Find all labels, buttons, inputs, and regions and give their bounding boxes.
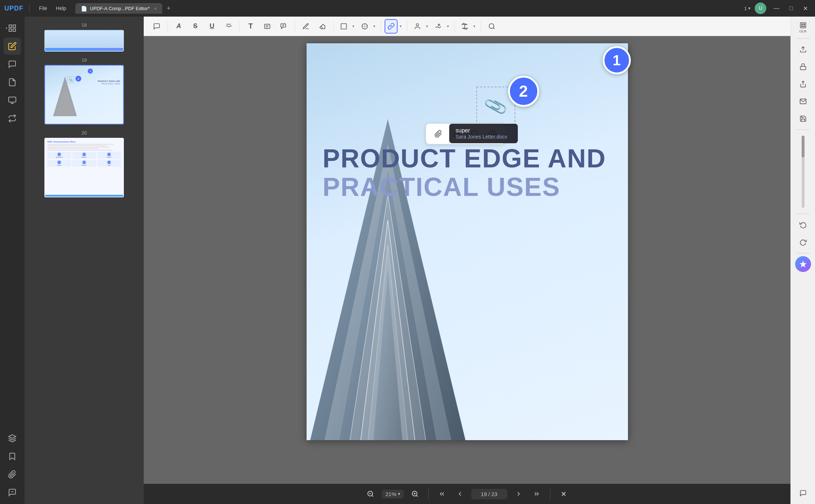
close-annotation-btn[interactable]: [557, 487, 571, 501]
text-tool-btn[interactable]: T: [243, 19, 258, 34]
eraser-tool-btn[interactable]: [315, 19, 330, 34]
callout-tool-btn[interactable]: [277, 19, 291, 34]
extract-btn[interactable]: [795, 41, 811, 57]
signature-tool-btn[interactable]: [432, 19, 445, 34]
toolbar-div-5: [381, 21, 381, 31]
first-page-btn[interactable]: [435, 487, 449, 501]
sig-dropdown-btn[interactable]: ▾: [445, 19, 451, 34]
svg-rect-57: [800, 23, 806, 28]
stamp-tool-btn[interactable]: [411, 19, 424, 34]
sidebar-icon-thumbnail[interactable]: [4, 19, 21, 37]
page-num-20: 20: [82, 130, 87, 136]
comment-tool-btn[interactable]: [149, 19, 164, 34]
page-title-area: PRODUCT EDGE AND PRACTICAL USES: [322, 144, 606, 201]
maximize-btn[interactable]: □: [786, 4, 796, 13]
thumbnail-page20[interactable]: 20 UPDF: Powering Industry Offices Manuf…: [25, 127, 144, 200]
scrollbar-track: [802, 136, 805, 208]
prev-page-btn[interactable]: [453, 487, 467, 501]
wavy-tool-btn[interactable]: [221, 19, 236, 34]
sidebar-icon-attachment[interactable]: [4, 466, 21, 483]
zoom-level-display[interactable]: 21% ▾: [385, 491, 400, 497]
shape-tool-btn[interactable]: [337, 19, 350, 34]
active-tab[interactable]: 📄 UPDF-A Comp...PDF Editor* ×: [75, 3, 162, 14]
sidebar-icon-pages[interactable]: [4, 74, 21, 91]
pdf-page: PRODUCT EDGE AND PRACTICAL USES 📎 2 1: [307, 43, 628, 440]
sidebar-icon-layers[interactable]: [4, 430, 21, 447]
link-btn-group: ▾: [385, 19, 403, 34]
svg-rect-6: [9, 97, 16, 102]
svg-line-49: [372, 495, 373, 497]
svg-rect-17: [281, 23, 286, 27]
zoom-dropdown-arrow: ▾: [398, 491, 400, 496]
svg-rect-14: [265, 24, 270, 29]
measure-tool-btn[interactable]: [458, 19, 471, 34]
close-btn[interactable]: ✕: [800, 4, 811, 13]
link-tool-btn[interactable]: [385, 19, 398, 34]
highlight-tool-btn[interactable]: A: [172, 19, 186, 34]
stamp-dropdown-btn[interactable]: ▾: [424, 19, 430, 34]
measure-dropdown-btn[interactable]: ▾: [471, 19, 477, 34]
ai-button[interactable]: [795, 256, 811, 272]
right-sidebar-div-3: [797, 214, 810, 214]
sidebar-icon-bookmark[interactable]: [4, 448, 21, 465]
svg-rect-59: [800, 66, 806, 70]
att-link-btn[interactable]: [430, 126, 446, 142]
pdf-area: PRODUCT EDGE AND PRACTICAL USES 📎 2 1: [144, 36, 790, 484]
bottom-nav: 21% ▾ 19 / 23: [144, 484, 790, 504]
ocr-label: OCR: [799, 30, 807, 33]
tab-close-btn[interactable]: ×: [154, 6, 157, 11]
toolbar-div-2: [239, 21, 240, 31]
last-page-btn[interactable]: [530, 487, 543, 501]
titlebar: UPDF File Help 📄 UPDF-A Comp...PDF Edito…: [0, 0, 815, 17]
svg-rect-4: [9, 29, 12, 31]
svg-rect-5: [13, 29, 16, 31]
sidebar-icon-ai-chat[interactable]: [4, 484, 21, 501]
left-sidebar: [0, 17, 25, 504]
undo-btn[interactable]: [795, 217, 811, 233]
thumbnail-page18[interactable]: 18: [25, 19, 144, 54]
sidebar-icon-edit[interactable]: [4, 38, 21, 55]
page-nav-arrow[interactable]: ▾: [748, 6, 750, 11]
strikethrough-tool-btn[interactable]: S: [188, 19, 203, 34]
scrollbar-thumb[interactable]: [802, 136, 805, 157]
svg-rect-20: [341, 23, 347, 29]
chat-btn[interactable]: [795, 485, 811, 501]
opacity-tool-btn[interactable]: [358, 19, 371, 34]
stamp-btn-group: ▾: [411, 19, 430, 34]
thumbnail-page19[interactable]: 19 PRODUCT EDGE AND PRACTICAL USES 📎 2 1: [25, 54, 144, 127]
ocr-tool-btn[interactable]: OCR: [795, 19, 811, 35]
sidebar-icon-convert[interactable]: [4, 110, 21, 127]
paperclip-annotation-icon: 📎: [482, 93, 508, 119]
signature-btn-group: ▾: [432, 19, 451, 34]
underline-tool-btn[interactable]: U: [205, 19, 219, 34]
zoom-control[interactable]: 21% ▾: [382, 490, 403, 499]
menu-file[interactable]: File: [35, 4, 51, 13]
zoom-out-btn[interactable]: [364, 487, 377, 501]
sidebar-icon-organize[interactable]: [4, 92, 21, 109]
circle-badge-2: 2: [508, 76, 539, 107]
search-tool-btn[interactable]: [485, 19, 499, 34]
protect-btn[interactable]: [795, 59, 811, 75]
page-info-display[interactable]: 19 / 23: [471, 489, 507, 499]
toolbar-div-6: [407, 21, 407, 31]
opacity-dropdown-btn[interactable]: ▾: [371, 19, 377, 34]
sidebar-icon-comment[interactable]: [4, 56, 21, 73]
zoom-in-btn[interactable]: [408, 487, 422, 501]
minimize-btn[interactable]: —: [771, 4, 782, 13]
menu-help[interactable]: Help: [52, 4, 70, 13]
link-dropdown-btn[interactable]: ▾: [398, 19, 403, 34]
user-avatar[interactable]: U: [755, 3, 766, 14]
save-btn[interactable]: [795, 111, 811, 127]
svg-rect-3: [13, 25, 16, 27]
tab-title: UPDF-A Comp...PDF Editor*: [90, 6, 149, 11]
next-page-btn[interactable]: [512, 487, 525, 501]
redo-btn[interactable]: [795, 234, 811, 250]
shape-dropdown-btn[interactable]: ▾: [350, 19, 356, 34]
pencil-tool-btn[interactable]: [299, 19, 313, 34]
share-btn[interactable]: [795, 76, 811, 92]
tab-add-btn[interactable]: +: [164, 3, 174, 13]
textbox-tool-btn[interactable]: [260, 19, 274, 34]
annotation-toolbar: super Sara Jones Letter.docx: [426, 123, 505, 144]
email-btn[interactable]: [795, 93, 811, 109]
titlebar-controls: 1 ▾ U — □ ✕: [744, 3, 811, 14]
